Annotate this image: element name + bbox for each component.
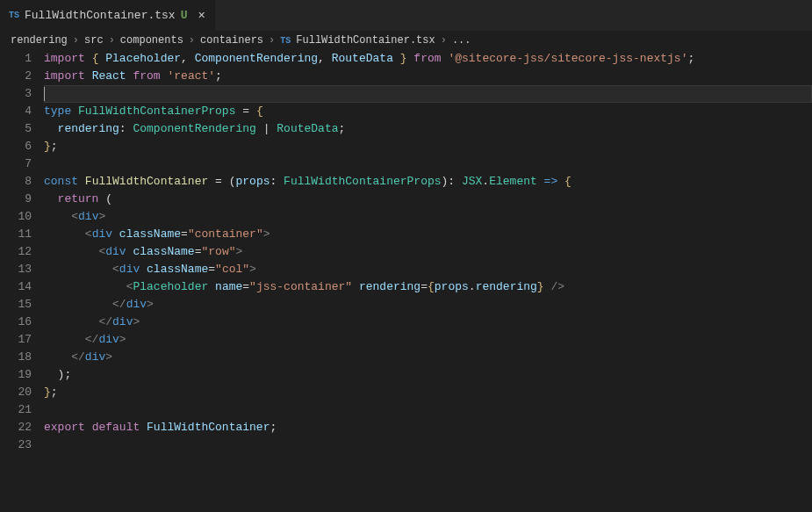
code-line[interactable]: };: [44, 138, 812, 155]
line-number: 23: [0, 436, 32, 454]
code-line[interactable]: </div>: [44, 314, 812, 331]
line-number: 3: [0, 85, 32, 103]
line-gutter: 1 2 3 4 5 6 7 8 9 10 11 12 13 14 15 16 1…: [0, 50, 44, 512]
code-line[interactable]: </div>: [44, 331, 812, 349]
line-number: 14: [0, 278, 32, 296]
line-number: 19: [0, 366, 32, 384]
crumb-file[interactable]: FullWidthContainer.tsx: [296, 34, 435, 47]
tab-bar: TS FullWidthContainer.tsx U ×: [0, 0, 812, 31]
code-line[interactable]: </div>: [44, 349, 812, 366]
line-number: 7: [0, 155, 32, 173]
code-line[interactable]: return (: [44, 191, 812, 208]
line-number: 2: [0, 68, 32, 85]
line-number: 13: [0, 261, 32, 278]
code-line[interactable]: const FullWidthContainer = (props: FullW…: [44, 173, 812, 191]
line-number: 17: [0, 331, 32, 349]
line-number: 1: [0, 50, 32, 68]
code-line[interactable]: <div>: [44, 208, 812, 226]
line-number: 18: [0, 349, 32, 366]
chevron-right-icon: ›: [269, 34, 275, 47]
code-line[interactable]: <div className="col">: [44, 261, 812, 278]
line-number: 20: [0, 384, 32, 401]
code-line[interactable]: export default FullWidthContainer;: [44, 419, 812, 436]
line-number: 4: [0, 103, 32, 120]
chevron-right-icon: ›: [189, 34, 195, 47]
line-number: 16: [0, 314, 32, 331]
close-icon[interactable]: ×: [198, 9, 205, 23]
line-number: 11: [0, 226, 32, 243]
line-number: 9: [0, 191, 32, 208]
chevron-right-icon: ›: [73, 34, 79, 47]
code-line[interactable]: </div>: [44, 296, 812, 314]
code-line[interactable]: [44, 155, 812, 173]
code-line-current[interactable]: [44, 85, 812, 103]
breadcrumb[interactable]: rendering › src › components › container…: [0, 31, 812, 50]
crumb-part[interactable]: components: [120, 34, 183, 47]
crumb-part[interactable]: src: [84, 34, 104, 47]
crumb-trailing[interactable]: ...: [452, 34, 471, 47]
code-content[interactable]: import { Placeholder, ComponentRendering…: [44, 50, 812, 512]
crumb-part[interactable]: rendering: [11, 34, 68, 47]
editor-tab[interactable]: TS FullWidthContainer.tsx U ×: [0, 0, 215, 31]
code-line[interactable]: rendering: ComponentRendering | RouteDat…: [44, 120, 812, 138]
line-number: 6: [0, 138, 32, 155]
code-line[interactable]: [44, 401, 812, 419]
editor-area[interactable]: 1 2 3 4 5 6 7 8 9 10 11 12 13 14 15 16 1…: [0, 50, 812, 512]
ts-icon: TS: [9, 11, 19, 20]
crumb-part[interactable]: containers: [200, 34, 263, 47]
code-line[interactable]: [44, 436, 812, 454]
line-number: 5: [0, 120, 32, 138]
line-number: 8: [0, 173, 32, 191]
chevron-right-icon: ›: [441, 34, 447, 47]
code-line[interactable]: import React from 'react';: [44, 68, 812, 85]
line-number: 10: [0, 208, 32, 226]
line-number: 12: [0, 243, 32, 261]
code-line[interactable]: <div className="container">: [44, 226, 812, 243]
code-line[interactable]: <div className="row">: [44, 243, 812, 261]
code-line[interactable]: };: [44, 384, 812, 401]
code-line[interactable]: <Placeholder name="jss-container" render…: [44, 278, 812, 296]
code-line[interactable]: type FullWidthContainerProps = {: [44, 103, 812, 120]
code-line[interactable]: import { Placeholder, ComponentRendering…: [44, 50, 812, 68]
line-number: 15: [0, 296, 32, 314]
line-number: 22: [0, 419, 32, 436]
tab-modified-flag: U: [181, 9, 188, 22]
line-number: 21: [0, 401, 32, 419]
chevron-right-icon: ›: [109, 34, 115, 47]
code-line[interactable]: );: [44, 366, 812, 384]
cursor: [44, 87, 45, 101]
tab-filename: FullWidthContainer.tsx: [25, 9, 176, 22]
ts-icon: TS: [280, 36, 291, 46]
